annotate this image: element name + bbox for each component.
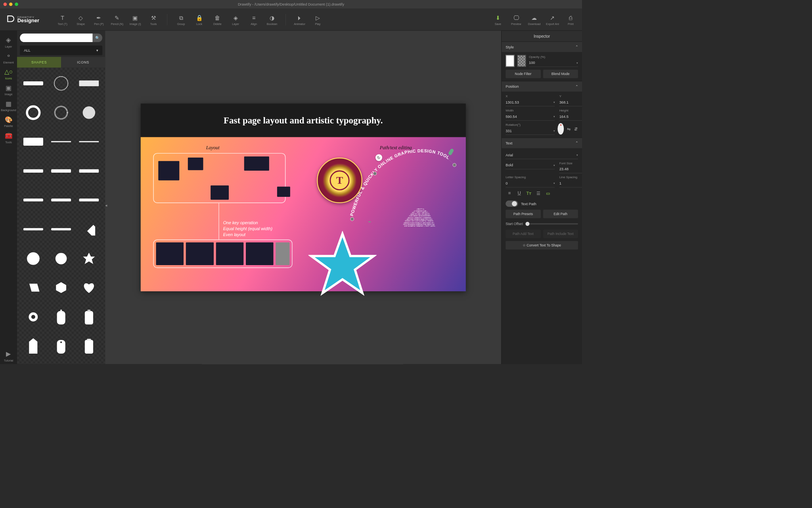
rail-layer[interactable]: ◈Layer: [1, 34, 16, 50]
shape-item[interactable]: [47, 245, 75, 272]
shape-item[interactable]: [47, 158, 75, 184]
shape-item[interactable]: [19, 187, 47, 213]
rail-image[interactable]: ▣Image: [1, 82, 16, 98]
y-input[interactable]: [559, 100, 582, 104]
search-button[interactable]: 🔍: [93, 34, 102, 42]
shape-item[interactable]: [75, 216, 103, 242]
font-weight-select[interactable]: [506, 163, 553, 167]
shape-item[interactable]: [47, 128, 75, 155]
shape-item[interactable]: [47, 187, 75, 213]
save-tool[interactable]: ⬇Save: [489, 13, 507, 26]
path-add-text-button[interactable]: Path Add Text: [506, 229, 541, 238]
canvas-area[interactable]: ◀ Fast page layout and artistic typograp…: [105, 31, 501, 364]
x-input[interactable]: [506, 100, 553, 104]
shape-item[interactable]: [75, 99, 103, 126]
shape-item[interactable]: [19, 99, 47, 126]
convert-text-button[interactable]: ☆ Convert Text To Shape: [506, 241, 578, 250]
delete-tool[interactable]: 🗑Delete: [208, 13, 226, 26]
text-case-icon[interactable]: Tᴛ: [525, 189, 533, 197]
rail-background[interactable]: ▦Background: [1, 98, 16, 114]
tab-icons[interactable]: ICONS: [61, 57, 105, 67]
font-select[interactable]: [506, 153, 576, 157]
layout-thumb[interactable]: [211, 185, 229, 200]
minimize-window-icon[interactable]: [9, 2, 13, 6]
align-left-icon[interactable]: ≡: [506, 189, 513, 197]
shape-item[interactable]: [75, 274, 103, 301]
search-input[interactable]: [20, 34, 93, 42]
canvas[interactable]: Fast page layout and artistic typography…: [141, 104, 466, 291]
print-tool[interactable]: ⎙Print: [561, 13, 580, 26]
shape-item[interactable]: [75, 304, 103, 330]
export-tool[interactable]: ↗Export Ani: [544, 13, 562, 26]
maximize-window-icon[interactable]: [15, 2, 18, 6]
letter-spacing-input[interactable]: [506, 181, 553, 186]
boolean-tool[interactable]: ◑Boolean: [263, 13, 281, 26]
animator-tool[interactable]: ⏵Animator: [291, 13, 309, 26]
shape-item[interactable]: [47, 274, 75, 301]
layout-thumb[interactable]: [246, 242, 274, 265]
preview-tool[interactable]: 🖵Preview: [507, 13, 525, 26]
fill-swatch[interactable]: [506, 55, 514, 67]
blend-mode-button[interactable]: Blend Mode: [543, 70, 578, 79]
underline-icon[interactable]: U: [515, 189, 523, 197]
shape-item[interactable]: [19, 274, 47, 301]
start-offset-slider[interactable]: [526, 223, 578, 225]
rotation-knob[interactable]: [557, 123, 564, 135]
shape-item[interactable]: [19, 216, 47, 242]
shape-item[interactable]: [75, 70, 103, 96]
lock-tool[interactable]: 🔒Lock: [190, 13, 209, 26]
layout-thumb[interactable]: [277, 187, 290, 197]
shape-item[interactable]: [75, 128, 103, 155]
shape-item[interactable]: [47, 216, 75, 242]
layout-box-1[interactable]: [153, 153, 285, 203]
shape-item[interactable]: [19, 333, 47, 359]
opacity-input[interactable]: [529, 61, 576, 65]
shape-item[interactable]: [19, 304, 47, 330]
shape-item[interactable]: [47, 99, 75, 126]
rail-tutorial[interactable]: ▶ Tutorial: [1, 348, 16, 364]
rail-element[interactable]: ⚬Element: [1, 50, 16, 66]
text-frame-icon[interactable]: ▭: [544, 189, 552, 197]
rail-tools[interactable]: 🧰Tools: [1, 130, 16, 146]
node-filter-button[interactable]: Node Filter: [506, 70, 541, 79]
edit-path-button[interactable]: Edit Path: [543, 210, 578, 218]
shape-item[interactable]: [19, 128, 47, 155]
shape-item[interactable]: [19, 70, 47, 96]
filter-dropdown[interactable]: ALL: [20, 46, 102, 55]
path-presets-button[interactable]: Path Presets: [506, 210, 541, 218]
stroke-swatch[interactable]: [517, 55, 526, 67]
layout-thumb[interactable]: [186, 242, 214, 265]
align-tool[interactable]: ≡Align: [245, 13, 263, 26]
layout-thumb[interactable]: [276, 242, 290, 265]
layout-thumb[interactable]: [216, 242, 244, 265]
pen-tool[interactable]: ✒Pen (P): [90, 13, 108, 26]
rotation-input[interactable]: [506, 129, 553, 133]
layout-thumb[interactable]: [158, 161, 179, 181]
layer-tool[interactable]: ◈Layer: [226, 13, 245, 26]
play-tool[interactable]: ▷Play: [308, 13, 327, 26]
list-icon[interactable]: ☰: [534, 189, 542, 197]
group-tool[interactable]: ⧉Group: [172, 13, 190, 26]
text-path-toggle[interactable]: [506, 200, 518, 207]
flip-v-icon[interactable]: ⇵: [574, 125, 578, 133]
shape-item[interactable]: [75, 158, 103, 184]
image-tool[interactable]: ▣Image (I): [126, 13, 144, 26]
font-size-input[interactable]: [559, 167, 582, 171]
pencil-tool[interactable]: ✎Pencil (N): [108, 13, 126, 26]
shape-item[interactable]: [75, 333, 103, 359]
tools-tool[interactable]: ⚒Tools: [144, 13, 163, 26]
width-input[interactable]: [506, 114, 553, 119]
section-style-header[interactable]: Style: [502, 42, 582, 52]
collapse-panel-button[interactable]: ◀: [105, 197, 108, 213]
layout-thumb[interactable]: [188, 158, 203, 170]
layout-thumb[interactable]: [244, 156, 269, 171]
star-shape[interactable]: [308, 231, 377, 299]
shape-item[interactable]: [75, 187, 103, 213]
flip-h-icon[interactable]: ⇋: [567, 125, 571, 133]
section-text-header[interactable]: Text: [502, 138, 582, 148]
rail-icons[interactable]: △○Icons: [1, 66, 16, 82]
download-tool[interactable]: ☁Download: [525, 13, 544, 26]
shape-item[interactable]: [19, 158, 47, 184]
shape-tool[interactable]: ◇Shape: [72, 13, 90, 26]
close-window-icon[interactable]: [4, 2, 7, 6]
